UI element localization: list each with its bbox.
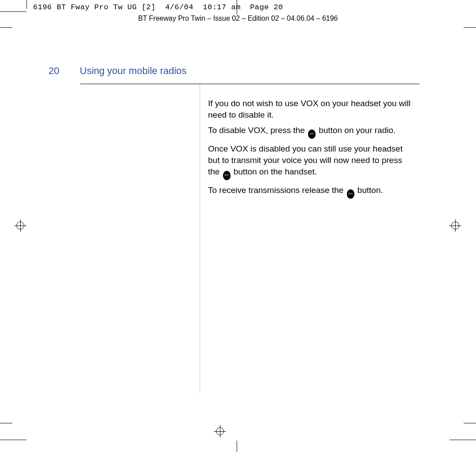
crop-mark: [0, 423, 12, 423]
section-title: Using your mobile radios: [80, 65, 186, 77]
crop-mark: [26, 0, 27, 9]
text-span: button on the handset.: [231, 167, 317, 176]
title-underline: [80, 84, 420, 84]
paragraph: Once VOX is disabled you can still use y…: [208, 143, 415, 180]
document-title: BT Freeway Pro Twin – Issue 02 – Edition…: [0, 15, 476, 22]
crop-mark: [237, 441, 237, 452]
crop-mark: [464, 423, 476, 423]
crop-mark: [0, 27, 12, 28]
crop-mark: [0, 11, 26, 12]
text-span: If you do not wish to use VOX on your he…: [208, 99, 410, 119]
registration-mark-icon: [14, 219, 26, 232]
ptt-button-icon: PTT: [347, 189, 354, 199]
crop-mark: [464, 27, 476, 28]
page-number: 20: [48, 65, 59, 77]
text-span: button on your radio.: [316, 126, 396, 135]
text-span: To receive transmissions release the: [208, 185, 346, 195]
print-meta-line: 6196 BT Fway Pro Tw UG [2] 4/6/04 10:17 …: [33, 3, 283, 11]
body-text: If you do not wish to use VOX on your he…: [208, 98, 415, 203]
ptt-button-icon: PTT: [308, 130, 316, 139]
registration-mark-icon: [449, 219, 461, 232]
text-span: To disable VOX, press the: [208, 126, 307, 135]
crop-mark: [450, 440, 476, 440]
crop-mark: [0, 440, 26, 440]
paragraph: If you do not wish to use VOX on your he…: [208, 98, 415, 120]
ptt-button-icon: PTT: [223, 171, 231, 180]
column-divider: [200, 84, 200, 393]
registration-mark-icon: [214, 425, 226, 437]
paragraph: To receive transmissions release the PTT…: [208, 185, 415, 199]
paragraph: To disable VOX, press the PTT button on …: [208, 125, 415, 139]
text-span: button.: [355, 185, 383, 195]
